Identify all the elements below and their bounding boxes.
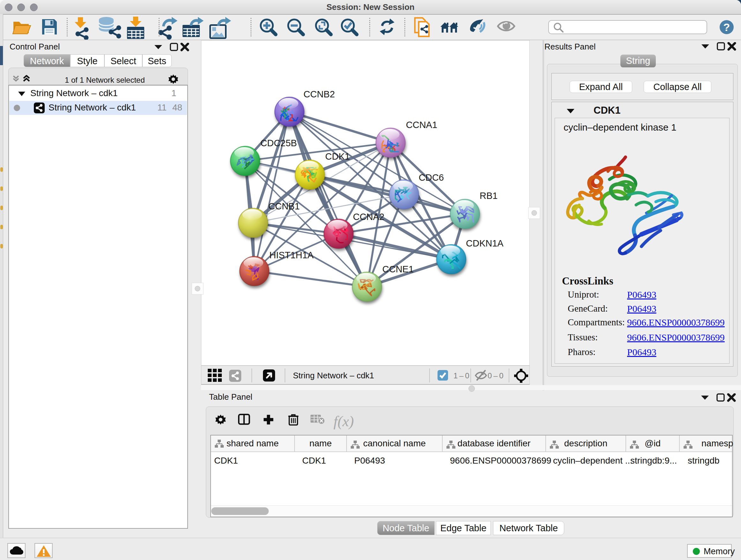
svg-text:CDKN1A: CDKN1A [466,238,503,248]
svg-text:CCNB2: CCNB2 [304,89,335,99]
svg-text:CCNB1: CCNB1 [268,201,300,211]
svg-text:CDC25B: CDC25B [260,138,297,148]
svg-text:CDK1: CDK1 [325,151,350,162]
svg-text:CCNE1: CCNE1 [382,264,414,274]
svg-text:f(x): f(x) [333,413,354,429]
svg-text:HIST1H1A: HIST1H1A [269,250,314,260]
svg-text:CCNA2: CCNA2 [353,212,384,222]
svg-text:CCNA1: CCNA1 [406,120,437,130]
svg-text:RB1: RB1 [480,191,497,201]
svg-text:CDC6: CDC6 [419,172,444,183]
